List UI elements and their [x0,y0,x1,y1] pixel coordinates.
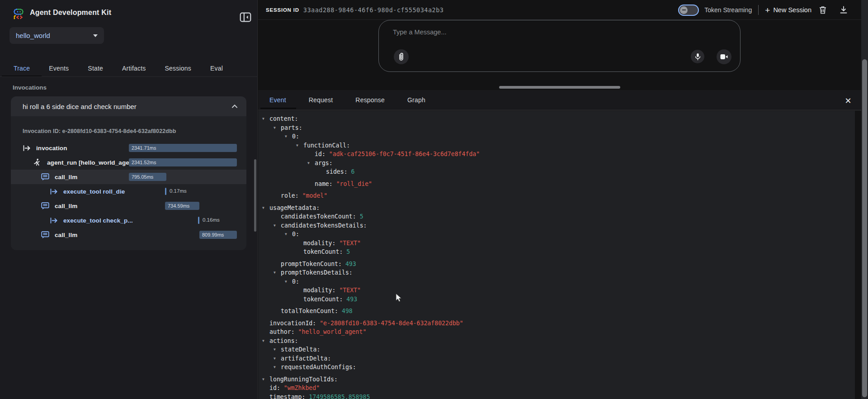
expand-triangle-icon[interactable]: ▼ [274,345,276,354]
json-line: role: "model" [281,191,855,200]
json-children: ▼stateDelta:▼artifactDelta:▼requestedAut… [281,345,855,372]
agent-select-dropdown[interactable]: hello_world [9,27,104,44]
json-line: timestamp: 1749586585.858985 [269,393,855,399]
tab-artifacts[interactable]: Artifacts [120,61,147,76]
json-line: ▼candidatesTokensDetails: [281,221,855,230]
expand-triangle-icon[interactable]: ▼ [274,124,276,133]
json-line: tokenCount: 5 [303,247,855,256]
horizontal-scrollbar[interactable] [499,86,620,89]
attach-file-button[interactable] [394,49,409,64]
invocation-card-header[interactable]: hi roll a 6 side dice and check number [11,96,246,116]
json-key: stateDelta: [281,346,320,353]
vertical-scrollbar-thumb[interactable] [862,59,867,397]
left-panel-scrollbar[interactable] [254,159,256,232]
tab-state[interactable]: State [86,61,105,76]
trace-span-label: call_llm [55,232,77,238]
tab-request[interactable]: Request [309,91,333,109]
trace-duration-label: 734.59ms [165,203,189,209]
vertical-scrollbar-track[interactable] [861,0,868,399]
json-children: ▼0:modality: "TEXT"tokenCount: 5 [292,230,855,256]
expand-triangle-icon[interactable]: ▼ [262,337,264,346]
tab-events[interactable]: Events [47,61,71,76]
expand-triangle-icon[interactable]: ▼ [262,114,264,124]
close-icon[interactable]: ✕ [842,95,854,107]
json-line: tokenCount: 493 [303,295,855,304]
chevron-up-icon[interactable] [231,103,238,110]
expand-triangle-icon[interactable]: ▼ [262,375,264,384]
trace-span-row[interactable]: agent_run [hello_world_agent]2341.52ms [11,155,246,170]
json-children: ▼0:modality: "TEXT"tokenCount: 493 [292,277,855,304]
trace-span-row[interactable]: call_llm809.99ms [11,228,246,242]
trace-span-row[interactable]: call_llm734.59ms [11,199,246,213]
trace-duration-tick [198,217,199,224]
microphone-button[interactable] [691,50,704,63]
chat-icon [41,231,50,239]
json-line: ▼parts: [281,124,855,133]
json-key: name: [315,180,333,187]
trace-span-row[interactable]: call_llm795.05ms [11,170,246,184]
token-streaming-toggle[interactable] [678,5,699,16]
json-line: author: "hello_world_agent" [269,328,855,337]
trace-duration-label: 2341.52ms [129,160,156,165]
json-line: name: "roll_die" [315,180,855,189]
json-line: ▼artifactDelta: [281,354,855,363]
invocation-prompt: hi roll a 6 side dice and check number [23,103,231,110]
agent-run-icon [33,158,42,166]
json-value: 6 [348,168,355,175]
expand-triangle-icon[interactable]: ▼ [274,268,276,277]
left-panel: Agent Development Kit hello_world TraceE… [0,0,258,399]
mapsto-icon [50,216,59,224]
expand-triangle-icon[interactable]: ▼ [285,230,287,239]
json-line: ▼usageMetadata: [269,204,855,213]
expand-triangle-icon[interactable]: ▼ [307,159,310,168]
json-children: ▼parts:▼0:▼functionCall:id: "adk-caf2510… [281,124,855,200]
tab-event[interactable]: Event [269,91,286,109]
trace-span-row[interactable]: execute_tool roll_die0.17ms [11,184,246,199]
json-key: actions: [269,337,298,344]
json-key: promptTokenCount: [281,261,342,267]
json-key: candidatesTokenCount: [281,213,356,220]
json-value: 493 [342,261,356,267]
json-key: modality: [303,240,335,247]
expand-triangle-icon[interactable]: ▼ [274,363,276,372]
json-value: 493 [343,296,357,303]
token-streaming-label: Token Streaming [704,6,752,14]
trace-span-label: execute_tool check_p... [63,217,133,224]
expand-triangle-icon[interactable]: ▼ [274,354,276,363]
tab-trace[interactable]: Trace [12,61,32,76]
trace-duration-bar: 2341.71ms [129,144,237,152]
trace-duration-label: 2341.71ms [129,145,156,151]
video-button[interactable] [717,49,731,64]
collapse-panel-icon[interactable] [239,10,252,24]
json-children: modality: "TEXT"tokenCount: 5 [303,239,855,256]
tab-response[interactable]: Response [355,91,385,109]
expand-triangle-icon[interactable]: ▼ [262,204,264,213]
download-icon[interactable] [839,5,849,15]
tab-eval[interactable]: Eval [208,61,225,76]
expand-triangle-icon[interactable]: ▼ [296,141,298,150]
new-session-label: New Session [773,6,811,14]
expand-triangle-icon[interactable]: ▼ [285,277,287,286]
new-session-button[interactable]: + New Session [765,6,811,14]
invocation-id: Invocation ID: e-2808fd10-6383-4754-8de4… [23,128,246,134]
expand-triangle-icon[interactable]: ▼ [285,132,287,141]
tab-sessions[interactable]: Sessions [163,61,193,76]
json-line: id: "wmZhkbed" [269,384,855,393]
json-value: 5 [343,248,350,255]
divider [0,76,258,77]
adk-logo-icon [13,6,26,20]
trace-span-row[interactable]: execute_tool check_p...0.16ms [11,213,246,228]
chat-icon [41,202,50,210]
json-key: content: [269,115,298,122]
json-key: sides: [326,168,348,175]
delete-session-icon[interactable] [818,5,828,15]
expand-triangle-icon[interactable]: ▼ [274,221,276,230]
message-input[interactable] [392,28,645,36]
trace-span-row[interactable]: invocation2341.71ms [11,141,246,155]
json-value: "hello_world_agent" [295,328,367,335]
mapsto-icon [23,144,32,152]
json-line: ▼0: [292,277,855,286]
tab-graph[interactable]: Graph [407,91,425,109]
json-value: "TEXT" [335,240,361,247]
json-children: id: "adk-caf25106-f0c7-451f-86e4-3c6d7e8… [315,150,855,188]
